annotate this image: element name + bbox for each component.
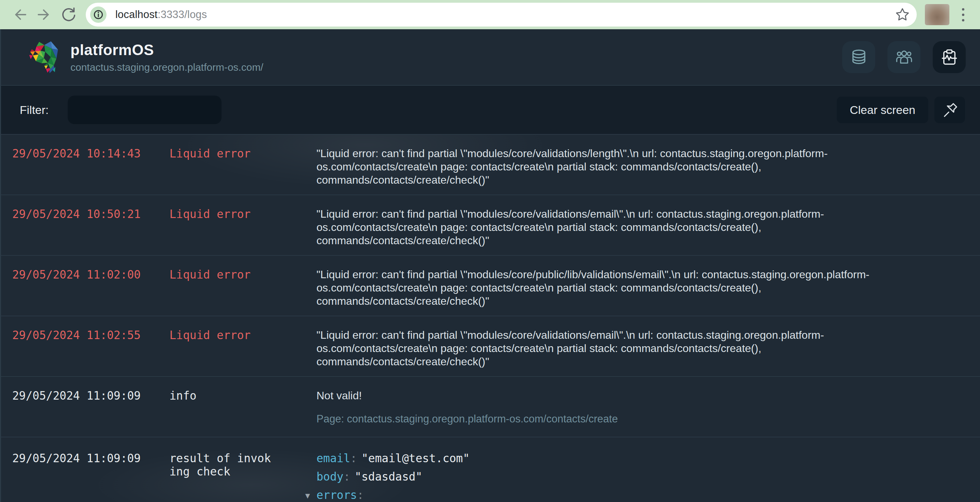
url-path: :3333/logs	[158, 8, 207, 21]
instance-url[interactable]: contactus.staging.oregon.platform-os.com…	[70, 62, 263, 73]
log-message: "Liquid error: can't find partial \"modu…	[317, 329, 875, 376]
platformos-logs-app: platformOS contactus.staging.oregon.plat…	[0, 29, 980, 502]
profile-avatar[interactable]	[925, 4, 950, 25]
log-page-link[interactable]: Page: contactus.staging.oregon.platform-…	[317, 412, 875, 426]
log-timestamp: 29/05/2024 11:09:09	[12, 389, 169, 437]
url-bar[interactable]: localhost:3333/logs	[86, 3, 917, 27]
database-button[interactable]	[842, 41, 875, 73]
clear-screen-button[interactable]: Clear screen	[837, 97, 928, 123]
log-message: "Liquid error: can't find partial \"modu…	[317, 268, 875, 316]
site-info-chip[interactable]	[90, 6, 107, 23]
users-icon	[895, 48, 913, 66]
collapse-triangle-icon[interactable]: ▼	[305, 489, 317, 502]
log-timestamp: 29/05/2024 10:50:21	[12, 208, 169, 255]
filter-input[interactable]	[68, 95, 221, 124]
kv-line-expandable: ▼errors:	[317, 488, 875, 502]
url-host: localhost	[115, 8, 158, 21]
users-button[interactable]	[888, 41, 920, 73]
log-row: 29/05/2024 11:09:09 result of invoking c…	[1, 437, 980, 502]
log-timestamp: 29/05/2024 11:02:00	[12, 268, 169, 316]
kebab-menu-icon[interactable]	[956, 5, 970, 25]
log-timestamp: 29/05/2024 11:02:55	[12, 329, 169, 376]
header-titles: platformOS contactus.staging.oregon.plat…	[70, 41, 263, 73]
log-timestamp: 29/05/2024 11:09:09	[12, 452, 169, 502]
kv-colon: :	[350, 452, 357, 465]
log-row: 29/05/2024 10:50:21 Liquid error "Liquid…	[1, 195, 980, 256]
filter-bar: Filter: Clear screen	[1, 85, 980, 135]
forward-icon[interactable]	[35, 5, 54, 24]
log-message-text: Not valid!	[317, 389, 875, 402]
log-table: 29/05/2024 10:14:43 Liquid error "Liquid…	[1, 135, 980, 502]
screen: localhost:3333/logs	[0, 0, 980, 502]
log-row: 29/05/2024 11:02:55 Liquid error "Liquid…	[1, 316, 980, 377]
log-timestamp: 29/05/2024 10:14:43	[12, 147, 169, 195]
kv-value: "sdasdasd"	[355, 470, 422, 483]
reload-icon[interactable]	[59, 5, 78, 24]
database-icon	[850, 48, 868, 66]
log-type: Liquid error	[169, 329, 272, 376]
log-type: Liquid error	[169, 268, 272, 316]
log-type: result of invoking check	[169, 452, 272, 502]
log-type: Liquid error	[169, 208, 272, 255]
log-message: Not valid! Page: contactus.staging.orego…	[317, 389, 875, 437]
kv-key: email	[317, 452, 350, 465]
log-message: "Liquid error: can't find partial \"modu…	[317, 208, 875, 255]
kv-colon: :	[357, 488, 364, 502]
logs-monitor-icon	[940, 48, 958, 66]
app-header: platformOS contactus.staging.oregon.plat…	[1, 29, 980, 85]
kv-colon: :	[343, 470, 350, 483]
pin-button[interactable]	[934, 97, 965, 123]
platformos-logo	[25, 37, 60, 78]
log-message: email:"email@test.com" body:"sdasdasd" ▼…	[317, 452, 875, 502]
kv-key[interactable]: errors	[317, 488, 357, 502]
url-text: localhost:3333/logs	[115, 8, 207, 21]
filter-label: Filter:	[20, 103, 49, 117]
log-row: 29/05/2024 11:02:00 Liquid error "Liquid…	[1, 256, 980, 316]
kv-line: email:"email@test.com"	[317, 452, 875, 465]
kv-value: "email@test.com"	[361, 452, 469, 465]
log-type: info	[169, 389, 272, 437]
back-icon[interactable]	[10, 5, 29, 24]
app-title: platformOS	[70, 41, 263, 59]
kv-key: body	[317, 470, 343, 483]
browser-chrome: localhost:3333/logs	[0, 0, 980, 29]
logs-monitor-button[interactable]	[933, 41, 966, 73]
header-actions	[842, 41, 966, 73]
site-info-icon	[92, 8, 105, 21]
kv-line: body:"sdasdasd"	[317, 470, 875, 483]
log-row: 29/05/2024 10:14:43 Liquid error "Liquid…	[1, 135, 980, 195]
bookmark-star-icon[interactable]	[895, 7, 910, 22]
log-type: Liquid error	[169, 147, 272, 195]
pushpin-icon	[942, 102, 958, 118]
log-message: "Liquid error: can't find partial \"modu…	[317, 147, 875, 195]
log-row: 29/05/2024 11:09:09 info Not valid! Page…	[1, 377, 980, 437]
